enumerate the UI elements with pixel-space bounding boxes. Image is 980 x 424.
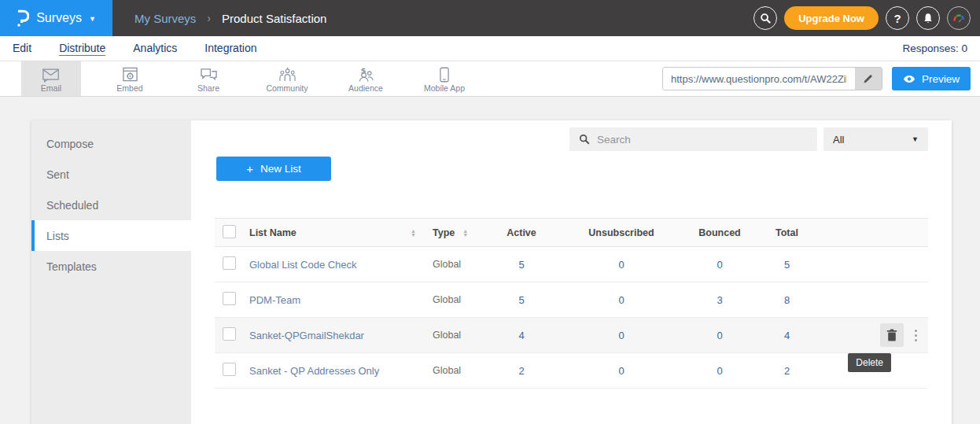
bounced-count-link[interactable]: 3 [717, 294, 722, 306]
table-header-row: List Name ▲▼ Type ▲▼ Active Unsubscribed… [215, 218, 928, 247]
filter-value: All [833, 134, 844, 146]
lists-table: List Name ▲▼ Type ▲▼ Active Unsubscribed… [215, 218, 928, 389]
toolbar-item-label: Mobile App [424, 83, 465, 93]
column-bounced: Bounced [690, 227, 750, 238]
list-type: Global [433, 330, 461, 341]
list-name-link[interactable]: Sanket-QPGmailShekdar [249, 330, 364, 341]
total-count-link[interactable]: 5 [784, 259, 790, 271]
bounced-count-link[interactable]: 0 [717, 330, 722, 341]
unsubscribed-count-link[interactable]: 0 [618, 294, 624, 306]
column-total: Total [750, 227, 824, 238]
upgrade-now-button[interactable]: Upgrade Now [784, 6, 879, 30]
toolbar-item-label: Embed [116, 83, 142, 93]
tab-edit[interactable]: Edit [13, 42, 31, 56]
trash-icon [886, 329, 897, 341]
embed-icon [122, 65, 138, 83]
list-search [569, 127, 817, 151]
toolbar-item-community[interactable]: Community [257, 61, 317, 96]
select-all-checkbox[interactable] [223, 225, 236, 238]
tab-distribute[interactable]: Distribute [59, 42, 105, 56]
toolbar-item-email[interactable]: Email [21, 61, 81, 96]
email-lists-card: Compose Sent Scheduled Lists Templates A… [31, 120, 952, 424]
edit-url-button[interactable] [855, 68, 882, 90]
column-unsubscribed: Unsubscribed [553, 227, 690, 238]
account-avatar[interactable] [947, 6, 971, 30]
sidebar-item-sent[interactable]: Sent [31, 159, 191, 190]
toolbar-item-label: Share [197, 83, 219, 93]
list-controls: All ▼ [215, 127, 928, 151]
top-bar: Surveys ▼ My Surveys › Product Satisfact… [0, 0, 980, 36]
bounced-count-link[interactable]: 0 [717, 365, 722, 377]
topbar-actions: Upgrade Now ? [753, 6, 980, 30]
surveys-menu-label: Surveys [36, 11, 82, 25]
bell-icon [923, 13, 934, 24]
question-mark-icon: ? [893, 12, 901, 25]
list-name-link[interactable]: Global List Code Check [249, 259, 357, 271]
plus-icon: + [246, 162, 253, 175]
unsubscribed-count-link[interactable]: 0 [618, 365, 624, 377]
toolbar-item-audience[interactable]: $ Audience [336, 61, 396, 96]
responses-count: Responses: 0 [902, 42, 967, 54]
breadcrumb-my-surveys[interactable]: My Surveys [134, 12, 196, 25]
survey-url-input[interactable] [663, 68, 855, 90]
toolbar-item-embed[interactable]: Embed [100, 61, 160, 96]
active-count-link[interactable]: 5 [518, 259, 524, 271]
table-row: Sanket-QPGmailShekdar Global 4 0 0 4 [215, 318, 928, 353]
delete-tooltip: Delete [848, 353, 891, 372]
column-active: Active [490, 227, 553, 238]
chevron-down-icon: ▼ [912, 135, 919, 143]
row-checkbox[interactable] [223, 292, 236, 305]
page-content: Compose Sent Scheduled Lists Templates A… [0, 97, 980, 424]
table-row: PDM-Team Global 5 0 3 8 [215, 282, 928, 318]
breadcrumb-separator-icon: › [207, 12, 211, 24]
column-type[interactable]: Type [433, 227, 455, 238]
search-button[interactable] [753, 6, 777, 30]
row-menu-button[interactable] [915, 330, 917, 341]
tab-integration[interactable]: Integration [204, 42, 256, 56]
lists-panel: All ▼ + New List List Name ▲▼ Type [191, 120, 952, 424]
unsubscribed-count-link[interactable]: 0 [618, 330, 624, 341]
list-filter-dropdown[interactable]: All ▼ [823, 127, 928, 151]
list-name-link[interactable]: PDM-Team [249, 294, 300, 306]
column-list-name[interactable]: List Name [249, 227, 297, 238]
eye-icon [903, 75, 916, 83]
active-count-link[interactable]: 5 [518, 294, 524, 306]
active-count-link[interactable]: 2 [518, 365, 524, 377]
delete-list-button[interactable] [880, 323, 904, 347]
row-checkbox[interactable] [223, 363, 236, 376]
active-count-link[interactable]: 4 [518, 330, 524, 341]
help-button[interactable]: ? [886, 6, 909, 30]
search-input[interactable] [597, 134, 808, 146]
total-count-link[interactable]: 4 [784, 330, 790, 341]
toolbar-item-label: Community [266, 83, 308, 93]
sort-icon[interactable]: ▲▼ [462, 229, 468, 237]
toolbar-item-mobile-app[interactable]: Mobile App [414, 61, 474, 96]
toolbar-right: Preview [662, 61, 980, 96]
sidebar-item-lists[interactable]: Lists [31, 220, 191, 251]
list-type: Global [433, 259, 461, 270]
total-count-link[interactable]: 2 [784, 365, 790, 377]
toolbar-item-share[interactable]: Share [179, 61, 238, 96]
bounced-count-link[interactable]: 0 [717, 259, 722, 271]
tab-analytics[interactable]: Analytics [133, 42, 177, 56]
sort-icon[interactable]: ▲▼ [411, 229, 416, 237]
row-checkbox[interactable] [223, 256, 236, 270]
sidebar-item-scheduled[interactable]: Scheduled [31, 190, 191, 220]
distribute-toolbar: Email Embed Share Community $ Audience M… [0, 61, 980, 97]
survey-tabs: Edit Distribute Analytics Integration Re… [0, 36, 980, 61]
notifications-button[interactable] [916, 6, 940, 30]
sidebar-item-templates[interactable]: Templates [31, 251, 191, 282]
new-list-button[interactable]: + New List [216, 157, 331, 181]
total-count-link[interactable]: 8 [784, 294, 790, 306]
list-name-link[interactable]: Sanket - QP Addresses Only [249, 365, 379, 377]
toolbar-item-label: Audience [348, 83, 383, 93]
preview-button[interactable]: Preview [892, 67, 971, 90]
sidebar-item-compose[interactable]: Compose [31, 128, 191, 159]
gauge-avatar-icon [952, 12, 966, 24]
share-icon [200, 65, 218, 83]
row-checkbox[interactable] [223, 327, 236, 341]
questionpro-logo-icon [17, 9, 29, 28]
email-icon [42, 65, 61, 83]
unsubscribed-count-link[interactable]: 0 [618, 259, 624, 271]
surveys-menu[interactable]: Surveys ▼ [0, 0, 112, 36]
